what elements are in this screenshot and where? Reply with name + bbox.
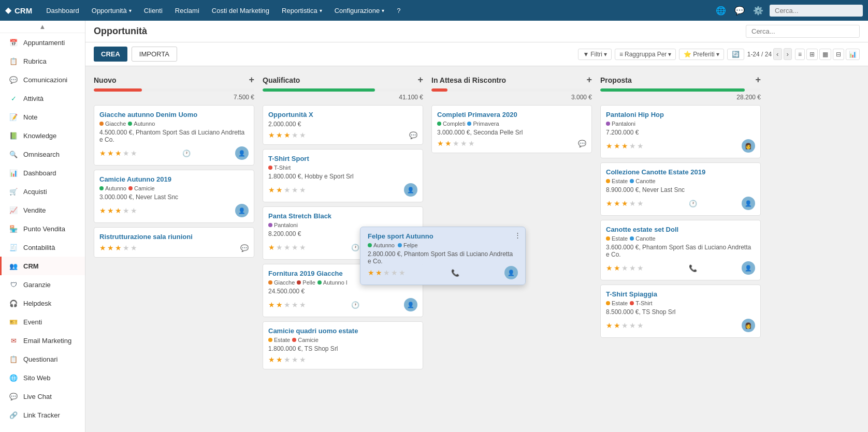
- kanban-card[interactable]: Camicie quadri uomo estate EstateCamicie…: [263, 321, 423, 369]
- sidebar-item-email-marketing[interactable]: ✉ Email Marketing: [0, 331, 85, 350]
- sidebar-item-appuntamenti[interactable]: 📅 Appuntamenti: [0, 33, 85, 52]
- star: ★: [276, 355, 283, 364]
- star: ★: [284, 243, 291, 251]
- sidebar-item-knowledge[interactable]: 📗 Knowledge: [0, 126, 85, 145]
- kanban-card[interactable]: Camicie Autunno 2019 AutunnoCamicie 3.00…: [94, 170, 254, 223]
- kanban-card[interactable]: Pantaloni Hip Hop Pantaloni 7.200.000 € …: [600, 105, 761, 158]
- nav-reclami[interactable]: Reclami: [169, 0, 206, 21]
- kanban-card[interactable]: Giacche autunno Denim Uomo GiaccheAutunn…: [94, 105, 254, 166]
- star: ★: [453, 139, 459, 147]
- prev-page-button[interactable]: ‹: [773, 48, 782, 60]
- sidebar-scroll-up[interactable]: ▲: [0, 21, 85, 33]
- action-right: ▼ Filtri ▾ ≡ Raggruppa Per ▾ ⭐ Preferiti…: [578, 48, 860, 60]
- sidebar-item-punto-vendita[interactable]: 🏪 Punto Vendita: [0, 219, 85, 238]
- globe-icon[interactable]: 🌐: [714, 4, 728, 18]
- kanban-card[interactable]: Completi Primavera 2020 CompletiPrimaver…: [431, 105, 592, 153]
- refresh-button[interactable]: 🔄: [727, 49, 744, 60]
- navbar: ◆ CRM Dashboard Opportunità ▾ Clienti Re…: [0, 0, 868, 21]
- list-view-icon[interactable]: ≡: [795, 49, 805, 60]
- sidebar-label: Eventi: [23, 318, 42, 326]
- sidebar: ▲ 📅 Appuntamenti 📋 Rubrica 💬 Comunicazio…: [0, 21, 85, 432]
- column-add-button[interactable]: +: [249, 75, 254, 85]
- sidebar-item-note[interactable]: 📝 Note: [0, 108, 85, 126]
- chat-icon[interactable]: 💬: [732, 4, 747, 18]
- star: ★: [292, 131, 298, 139]
- table-view-icon[interactable]: ▦: [819, 49, 831, 60]
- column-add-button[interactable]: +: [586, 75, 592, 85]
- header-search-input[interactable]: [746, 25, 860, 38]
- column-add-button[interactable]: +: [755, 75, 761, 85]
- sidebar-item-contabilità[interactable]: 🧾 Contabilità: [0, 238, 85, 257]
- kanban-card[interactable]: Opportunità X 2.000.000 € ★★★★★ 💬: [263, 105, 423, 145]
- kanban-column-proposta: Proposta + 28.200 € Pantaloni Hip Hop Pa…: [600, 75, 761, 424]
- card-stars: ★★★★★: [606, 142, 644, 150]
- sidebar-label: Knowledge: [23, 132, 56, 140]
- card-avatar: 👤: [235, 204, 249, 217]
- preferiti-button[interactable]: ⭐ Preferiti ▾: [679, 49, 724, 60]
- column-title: Proposta: [600, 76, 632, 84]
- settings-icon[interactable]: ⚙️: [751, 4, 765, 18]
- column-progress-bar: [431, 88, 592, 92]
- card-tags: EstateCanotte: [606, 178, 755, 184]
- star: ★: [299, 131, 306, 139]
- card-title: Collezione Canotte Estate 2019: [606, 168, 755, 176]
- star: ★: [637, 264, 644, 272]
- nav-configurazione[interactable]: Configurazione ▾: [328, 0, 390, 21]
- sidebar-item-live-chat[interactable]: 💬 Live Chat: [0, 387, 85, 406]
- sidebar-item-helpdesk[interactable]: 🎧 Helpdesk: [0, 294, 85, 312]
- nav-opportunita[interactable]: Opportunità ▾: [85, 0, 138, 21]
- card-tags: GiaccheAutunno: [99, 121, 249, 127]
- sidebar-item-rubrica[interactable]: 📋 Rubrica: [0, 52, 85, 70]
- group-icon: ≡: [619, 51, 623, 58]
- sidebar-item-questionari[interactable]: 📋 Questionari: [0, 350, 85, 368]
- kanban-view-icon[interactable]: ⊞: [806, 49, 818, 60]
- nav-costi[interactable]: Costi del Marketing: [206, 0, 276, 21]
- navbar-search-input[interactable]: [770, 5, 863, 17]
- kanban-card[interactable]: Collezione Canotte Estate 2019 EstateCan…: [600, 162, 761, 216]
- sidebar-item-omnisearch[interactable]: 🔍 Omnisearch: [0, 145, 85, 163]
- sidebar-item-sito-web[interactable]: 🌐 Sito Web: [0, 368, 85, 387]
- nav-dashboard[interactable]: Dashboard: [40, 0, 85, 21]
- raggruppa-button[interactable]: ≡ Raggruppa Per ▾: [615, 49, 676, 60]
- star: ★: [268, 243, 275, 251]
- tooltip-menu-icon[interactable]: ⋮: [514, 231, 521, 239]
- next-page-button[interactable]: ›: [784, 48, 792, 60]
- star: ★: [123, 244, 129, 252]
- sidebar-item-comunicazioni[interactable]: 💬 Comunicazioni: [0, 70, 85, 89]
- message-icon: 💬: [409, 131, 417, 139]
- tag: Primavera: [467, 121, 499, 127]
- nav-clienti[interactable]: Clienti: [138, 0, 169, 21]
- column-add-button[interactable]: +: [417, 75, 423, 85]
- kanban-card[interactable]: T-Shirt Spiaggia EstateT-Shirt 8.500.000…: [600, 285, 761, 338]
- kanban-card[interactable]: T-Shirt Sport T-Shirt 1.800.000 €, Hobby…: [263, 149, 423, 202]
- sidebar-item-eventi[interactable]: 🎫 Eventi: [0, 312, 85, 331]
- sidebar-item-acquisti[interactable]: 🛒 Acquisti: [0, 182, 85, 201]
- card-avatar: 👩: [742, 139, 755, 153]
- nav-help[interactable]: ?: [390, 0, 407, 21]
- kanban-card[interactable]: Ristrutturazione sala riunioni ★★★★★ 💬: [94, 227, 254, 258]
- sidebar-item-link-tracker[interactable]: 🔗 Link Tracker: [0, 406, 85, 424]
- create-button[interactable]: CREA: [94, 47, 127, 62]
- sidebar-item-crm[interactable]: 👥 CRM: [0, 257, 85, 275]
- tooltip-stars: ★★★★★: [368, 269, 406, 277]
- sidebar-item-dashboard[interactable]: 📊 Dashboard: [0, 163, 85, 182]
- sidebar-icon-Comunicazioni: 💬: [9, 75, 18, 84]
- star: ★: [268, 131, 275, 139]
- sidebar-item-garanzie[interactable]: 🛡 Garanzie: [0, 275, 85, 294]
- import-button[interactable]: IMPORTA: [132, 47, 177, 62]
- card-title: Canotte estate set Doll: [606, 226, 755, 233]
- grid-view-icon[interactable]: ⊟: [833, 49, 844, 60]
- sidebar-item-attività[interactable]: ✓ Attività: [0, 89, 85, 108]
- card-tags: T-Shirt: [268, 165, 417, 171]
- chart-view-icon[interactable]: 📊: [846, 49, 860, 60]
- tag: Autunno: [128, 121, 155, 127]
- app-brand[interactable]: ◆ CRM: [5, 6, 32, 15]
- sidebar-icon-Omnisearch: 🔍: [9, 150, 18, 159]
- nav-reportistica[interactable]: Reportistica ▾: [276, 0, 328, 21]
- sidebar-label: Email Marketing: [23, 337, 71, 345]
- nav-opportunita-arrow: ▾: [129, 8, 132, 13]
- filtri-button[interactable]: ▼ Filtri ▾: [578, 49, 612, 60]
- sidebar-item-vendite[interactable]: 📈 Vendite: [0, 201, 85, 219]
- clock-icon: 🕐: [351, 244, 359, 251]
- kanban-card[interactable]: Canotte estate set Doll EstateCanotte 3.…: [600, 220, 761, 280]
